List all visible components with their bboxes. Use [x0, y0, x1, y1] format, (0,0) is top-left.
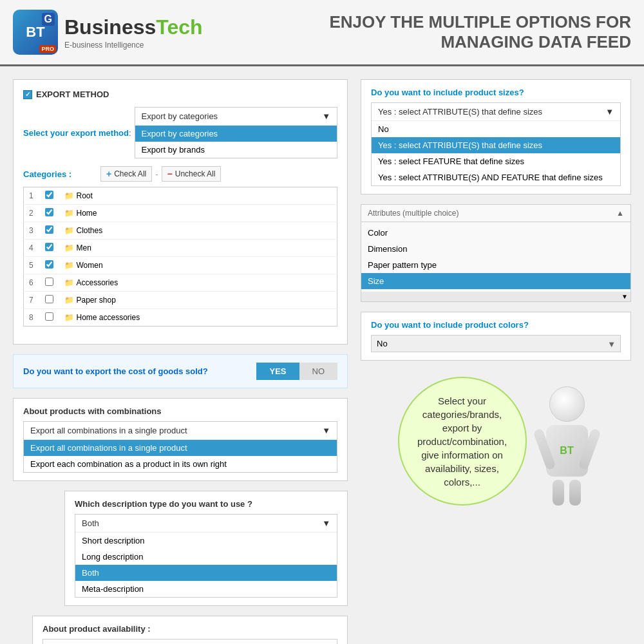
- brand-tagline: E-business Intelligence: [64, 41, 203, 50]
- colors-select[interactable]: No Yes: [371, 335, 621, 352]
- folder-icon-0: 📁: [64, 191, 74, 200]
- attr-item-0[interactable]: Color: [361, 225, 630, 241]
- combinations-dropdown[interactable]: Export all combinations in a single prod…: [23, 421, 337, 473]
- attr-item-2[interactable]: Paper pattern type: [361, 257, 630, 273]
- cat-check-2[interactable]: [40, 222, 59, 240]
- robot-right-leg: [569, 480, 581, 506]
- attr-item-3[interactable]: Size: [361, 273, 630, 289]
- plus-icon: +: [106, 169, 111, 179]
- export-method-colon: :: [129, 128, 131, 138]
- cat-check-0[interactable]: [40, 187, 59, 205]
- cat-num-5: 6: [24, 274, 40, 292]
- description-dropdown[interactable]: Both ▼ Short description Long descriptio…: [75, 514, 337, 598]
- logo-bt-text: BT: [26, 24, 44, 41]
- sizes-box: Do you want to include product sizes? Ye…: [361, 79, 631, 194]
- cat-checkbox-7[interactable]: [45, 312, 53, 321]
- robot-left-leg: [553, 480, 564, 506]
- sizes-option-feature[interactable]: Yes : select FEATURE that define sizes: [372, 153, 620, 169]
- cat-checkbox-6[interactable]: [45, 295, 53, 303]
- cat-check-3[interactable]: [40, 240, 59, 257]
- cat-checkbox-1[interactable]: [45, 208, 53, 216]
- speech-bubble: Select your categories/brands, export by…: [398, 377, 527, 506]
- cat-checkbox-5[interactable]: [45, 278, 53, 286]
- cat-name-7: 📁Home accessories: [59, 309, 337, 327]
- yes-no-buttons: YES NO: [256, 363, 337, 380]
- right-column: Do you want to include product sizes? Ye…: [361, 79, 631, 644]
- export-method-title: EXPORT METHOD: [23, 90, 337, 99]
- uncheck-all-button[interactable]: − Uncheck All: [162, 166, 222, 182]
- brand-name-second: Tech: [156, 15, 202, 39]
- export-method-dropdown[interactable]: Export by categories ▼ Export by categor…: [135, 107, 337, 158]
- sizes-selected: Yes : select ATTRIBUTE(S) that define si…: [378, 107, 542, 117]
- check-all-label: Check All: [114, 169, 146, 178]
- export-method-dropdown-header[interactable]: Export by categories ▼: [135, 108, 337, 126]
- robot-body-area: BT: [540, 422, 594, 477]
- sizes-option-no[interactable]: No: [372, 121, 620, 137]
- description-box: Which description type do you want to us…: [64, 491, 348, 606]
- cat-checkbox-3[interactable]: [45, 243, 53, 251]
- header-title-line1: ENJOY THE MULTIPLE OPTIONS FOR: [329, 12, 631, 32]
- combinations-option-1[interactable]: Export each combination as a product in …: [24, 456, 337, 472]
- main-content: EXPORT METHOD Select your export method …: [0, 66, 644, 644]
- export-method-label: Select your export method: [23, 128, 129, 138]
- combinations-box: About products with combinations Export …: [13, 398, 348, 481]
- separator: -: [155, 169, 158, 179]
- header-title-line2: MANAGING DATA FEED: [329, 32, 631, 52]
- speech-bubble-text: Select your categories/brands, export by…: [412, 394, 513, 489]
- export-option-brands[interactable]: Export by brands: [135, 142, 337, 158]
- cat-name-3: 📁Men: [59, 240, 337, 257]
- export-method-open-dropdown[interactable]: Export by categories ▼ Export by categor…: [135, 107, 337, 158]
- description-option-both[interactable]: Both: [75, 565, 337, 581]
- cat-check-6[interactable]: [40, 292, 59, 309]
- cat-num-7: 8: [24, 309, 40, 327]
- sizes-dropdown[interactable]: Yes : select ATTRIBUTE(S) that define si…: [371, 102, 621, 186]
- availability-dropdown[interactable]: Only indicate products as available IF t…: [43, 639, 337, 644]
- cat-name-0: 📁Root: [59, 187, 337, 205]
- brand-name: BusinessTech: [64, 15, 203, 39]
- combinations-dropdown-header[interactable]: Export all combinations in a single prod…: [24, 422, 337, 440]
- cat-checkbox-0[interactable]: [45, 191, 53, 199]
- attributes-header-text: Attributes (multiple choice): [368, 209, 459, 218]
- sizes-option-both[interactable]: Yes : select ATTRIBUTE(S) AND FEATURE th…: [372, 169, 620, 185]
- colors-dropdown-wrapper[interactable]: No Yes ▼: [371, 335, 621, 352]
- cat-checkbox-2[interactable]: [45, 225, 53, 234]
- section-checkbox-icon[interactable]: [23, 90, 32, 99]
- btn-no[interactable]: NO: [299, 363, 338, 380]
- page-header: BT G PRO BusinessTech E-business Intelli…: [0, 0, 644, 66]
- category-row-7: 8 📁Home accessories: [24, 309, 337, 327]
- description-arrow-icon: ▼: [322, 518, 330, 528]
- category-row-1: 2 📁Home: [24, 205, 337, 222]
- combinations-title: About products with combinations: [23, 406, 337, 416]
- cat-check-4[interactable]: [40, 257, 59, 274]
- description-option-short[interactable]: Short description: [75, 533, 337, 549]
- availability-dropdown-header[interactable]: Only indicate products as available IF t…: [43, 639, 337, 644]
- check-all-button[interactable]: + Check All: [100, 166, 152, 182]
- btn-yes[interactable]: YES: [256, 363, 299, 380]
- description-dropdown-header[interactable]: Both ▼: [75, 515, 337, 533]
- cat-num-1: 2: [24, 205, 40, 222]
- category-row-6: 7 📁Paper shop: [24, 292, 337, 309]
- description-option-long[interactable]: Long description: [75, 549, 337, 565]
- cat-name-6: 📁Paper shop: [59, 292, 337, 309]
- availability-box: About product availability : Only indica…: [32, 616, 348, 644]
- category-row-0: 1 📁Root: [24, 187, 337, 205]
- sizes-option-attr[interactable]: Yes : select ATTRIBUTE(S) that define si…: [372, 137, 620, 153]
- attributes-scroll-up[interactable]: ▲: [616, 209, 624, 218]
- cat-checkbox-4[interactable]: [45, 260, 53, 269]
- minus-icon: −: [167, 169, 173, 179]
- categories-label: Categories :: [23, 169, 100, 179]
- cat-check-1[interactable]: [40, 205, 59, 222]
- cat-check-7[interactable]: [40, 309, 59, 327]
- combinations-arrow-icon: ▼: [322, 426, 330, 435]
- attributes-scroll-down[interactable]: ▼: [361, 292, 630, 301]
- cat-check-5[interactable]: [40, 274, 59, 292]
- combinations-option-0[interactable]: Export all combinations in a single prod…: [24, 440, 337, 456]
- robot-bt-label: BT: [560, 445, 573, 457]
- folder-icon-7: 📁: [64, 313, 74, 322]
- categories-label-text: Categories: [23, 169, 66, 179]
- attr-item-1[interactable]: Dimension: [361, 241, 630, 257]
- category-row-2: 3 📁Clothes: [24, 222, 337, 240]
- export-option-categories[interactable]: Export by categories: [135, 126, 337, 142]
- description-option-meta[interactable]: Meta-description: [75, 581, 337, 597]
- sizes-dropdown-header[interactable]: Yes : select ATTRIBUTE(S) that define si…: [372, 103, 620, 121]
